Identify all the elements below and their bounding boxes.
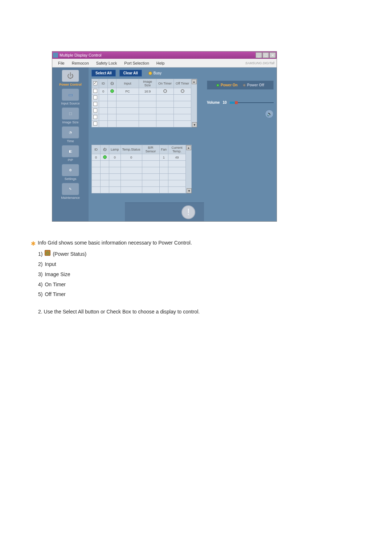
table-row[interactable] bbox=[92, 95, 197, 101]
power-control-panel: Power On Power Off Volume 10 🔊 bbox=[204, 67, 277, 221]
maximize-button[interactable]: ☐ bbox=[262, 52, 269, 58]
on-timer-icon bbox=[163, 89, 167, 93]
power-status-icon bbox=[110, 89, 114, 93]
col-power: ⏻ bbox=[108, 79, 117, 88]
power-on-dot-icon bbox=[216, 84, 219, 87]
sidebar-label-settings: Settings bbox=[65, 177, 77, 181]
row-checkbox[interactable] bbox=[93, 115, 97, 119]
off-timer-icon bbox=[181, 89, 184, 93]
star-icon: ✱ bbox=[31, 239, 36, 249]
info-grid-2: ID ⏻ Lamp Temp.Status B/R Sensor Fan Cur… bbox=[91, 145, 192, 193]
cell2-current-temp: 49 bbox=[168, 154, 186, 161]
ann-num-2: 2) bbox=[38, 260, 42, 269]
menubar: File Remocon Safety Lock Port Selection … bbox=[52, 59, 277, 67]
row-checkbox[interactable] bbox=[93, 108, 97, 112]
sidebar-icon-pip[interactable]: ◧ bbox=[62, 145, 79, 157]
app-window: Multiple Display Control _ ☐ ✕ File Remo… bbox=[52, 51, 277, 222]
close-button[interactable]: ✕ bbox=[269, 52, 276, 58]
scroll-down-button-2[interactable]: ▼ bbox=[187, 188, 192, 193]
table-row[interactable] bbox=[92, 161, 192, 167]
window-title: Multiple Display Control bbox=[60, 53, 102, 57]
menu-safety-lock[interactable]: Safety Lock bbox=[93, 59, 121, 67]
info-grid-1: ID ⏻ Input Image Size On Timer Off Timer… bbox=[91, 79, 197, 127]
cell2-temp-status: 0 bbox=[121, 154, 142, 161]
cell2-lamp: 0 bbox=[109, 154, 121, 161]
table-row[interactable] bbox=[92, 167, 192, 174]
power-off-dot-icon bbox=[243, 84, 246, 87]
volume-thumb[interactable] bbox=[235, 101, 238, 104]
scroll-down-button[interactable]: ▼ bbox=[192, 122, 197, 127]
col2-br-sensor: B/R Sensor bbox=[142, 145, 159, 154]
cell2-fan: 1 bbox=[159, 154, 168, 161]
col-image-size: Image Size bbox=[139, 79, 156, 88]
row-checkbox[interactable] bbox=[93, 102, 97, 106]
col-id: ID bbox=[99, 79, 108, 88]
col2-lamp: Lamp bbox=[109, 145, 121, 154]
col2-temp-status: Temp.Status bbox=[121, 145, 142, 154]
sidebar: ⏻ Power Control ▭ Input Source ⬚ Image S… bbox=[52, 67, 89, 221]
col2-fan: Fan bbox=[159, 145, 168, 154]
table-row[interactable] bbox=[92, 121, 197, 127]
sidebar-icon-input-source[interactable]: ▭ bbox=[62, 89, 79, 101]
table-row[interactable] bbox=[92, 108, 197, 114]
sidebar-label-maintenance: Maintenance bbox=[61, 196, 80, 200]
ann-num-4: 4) bbox=[38, 280, 42, 289]
sidebar-label-image-size: Image Size bbox=[62, 120, 78, 124]
select-all-button[interactable]: Select All bbox=[91, 70, 116, 77]
alert-icon: ! bbox=[181, 205, 195, 219]
col2-id: ID bbox=[92, 145, 101, 154]
volume-slider[interactable] bbox=[230, 102, 274, 103]
menu-help[interactable]: Help bbox=[153, 59, 168, 67]
ann-text-1: (Power Status) bbox=[53, 250, 86, 259]
volume-label: Volume bbox=[207, 100, 220, 104]
table-row[interactable] bbox=[92, 174, 192, 180]
busy-label: Busy bbox=[154, 71, 162, 75]
sidebar-label-power-control: Power Control bbox=[59, 83, 82, 86]
col-off-timer: Off Timer bbox=[174, 79, 191, 88]
brand-label: SAMSUNG DIGITall bbox=[245, 61, 274, 65]
col-on-timer: On Timer bbox=[156, 79, 174, 88]
main-panel: Select All Clear All Busy ID ⏻ Input Ima… bbox=[89, 67, 204, 221]
menu-file[interactable]: File bbox=[54, 59, 68, 67]
table-row[interactable] bbox=[92, 180, 192, 187]
cell2-id: 0 bbox=[92, 154, 101, 161]
power-status-small-icon: ⏻ bbox=[45, 250, 50, 256]
col-checkbox bbox=[92, 79, 99, 88]
col2-power: ⏻ bbox=[101, 145, 109, 154]
col2-current-temp: Current Temp. bbox=[168, 145, 186, 154]
clear-all-button[interactable]: Clear All bbox=[119, 70, 142, 77]
menu-remocon[interactable]: Remocon bbox=[68, 59, 93, 67]
scroll-up-button-2[interactable]: ▲ bbox=[186, 145, 191, 150]
footer-bar: ! bbox=[125, 202, 204, 221]
table-row[interactable] bbox=[92, 101, 197, 108]
sidebar-icon-image-size[interactable]: ⬚ bbox=[62, 107, 79, 120]
sidebar-icon-power-control[interactable]: ⏻ bbox=[62, 70, 79, 82]
select-all-checkbox[interactable] bbox=[93, 81, 97, 85]
table-row[interactable]: 0 0 0 1 49 bbox=[92, 154, 192, 161]
menu-port-selection[interactable]: Port Selection bbox=[121, 59, 152, 67]
sidebar-label-pip: PIP bbox=[68, 158, 73, 162]
row-checkbox[interactable] bbox=[93, 95, 97, 99]
sidebar-icon-time[interactable]: ◔ bbox=[62, 126, 79, 139]
table-row[interactable] bbox=[92, 187, 192, 193]
sidebar-icon-maintenance[interactable]: ✎ bbox=[62, 183, 79, 195]
power-off-button[interactable]: Power Off bbox=[243, 83, 264, 87]
table-row[interactable] bbox=[92, 114, 197, 121]
row-checkbox[interactable] bbox=[93, 89, 97, 93]
titlebar: Multiple Display Control _ ☐ ✕ bbox=[52, 52, 277, 59]
power-status-icon-2 bbox=[103, 155, 107, 159]
sidebar-icon-settings[interactable]: ⚙ bbox=[62, 164, 79, 176]
power-on-button[interactable]: Power On bbox=[216, 83, 238, 87]
speaker-icon[interactable]: 🔊 bbox=[265, 110, 274, 118]
table-row[interactable]: 0 PC 16:9 bbox=[92, 88, 197, 95]
ann-num-1: 1) bbox=[38, 250, 42, 259]
annotations: ✱ Info Grid shows some basic information… bbox=[31, 239, 285, 316]
cell-id: 0 bbox=[99, 88, 108, 95]
busy-icon bbox=[148, 71, 152, 75]
scroll-up-button[interactable]: ▲ bbox=[192, 79, 197, 84]
minimize-button[interactable]: _ bbox=[256, 52, 262, 58]
app-icon bbox=[53, 53, 58, 58]
sidebar-label-input-source: Input Source bbox=[61, 102, 79, 105]
cell2-br-sensor bbox=[142, 154, 159, 161]
row-checkbox[interactable] bbox=[93, 122, 97, 126]
